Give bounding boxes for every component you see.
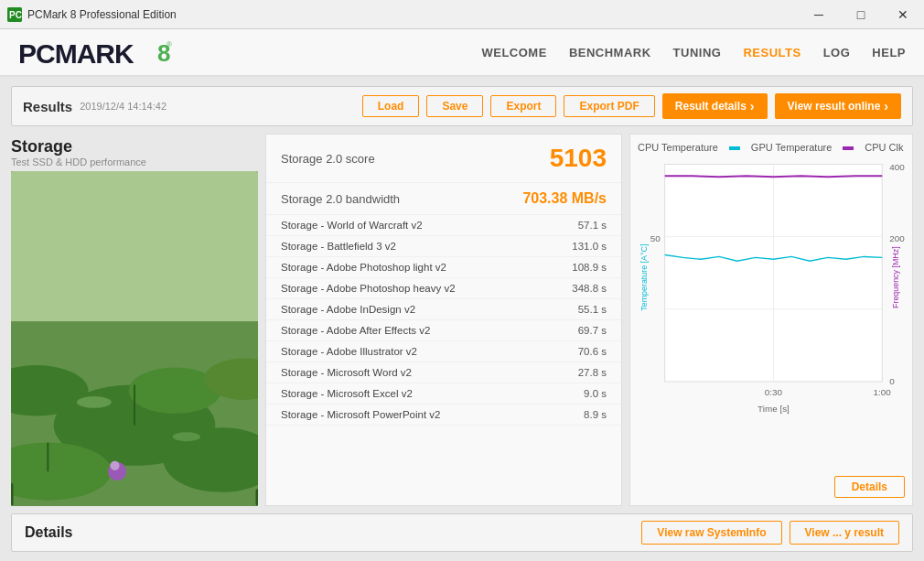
chart-area: 50 4000 2000 0 Temperature [A°C] Frequen…	[638, 158, 905, 470]
main-area: Results 2019/12/4 14:14:42 Load Save Exp…	[0, 77, 924, 561]
score-header: Storage 2.0 score 5103	[266, 135, 621, 183]
bench-value: 57.1 s	[578, 220, 607, 231]
load-button[interactable]: Load	[362, 95, 420, 117]
results-bar: Results 2019/12/4 14:14:42 Load Save Exp…	[11, 86, 913, 126]
logo: PCMARK 8 ®	[18, 34, 183, 70]
view-result-button[interactable]: View ... y result	[790, 521, 899, 545]
close-button[interactable]: ✕	[882, 0, 924, 29]
bottom-title: Details	[25, 524, 72, 541]
svg-point-18	[77, 396, 112, 408]
chart-legend: CPU Temperature GPU Temperature CPU Clk	[638, 142, 905, 153]
export-button[interactable]: Export	[490, 95, 556, 117]
left-panel: Storage Test SSD & HDD performance	[11, 134, 258, 506]
titlebar: PC PCMark 8 Professional Edition ─ □ ✕	[0, 0, 924, 29]
bench-value: 70.6 s	[578, 346, 607, 357]
bench-name: Storage - Microsoft Word v2	[281, 367, 412, 378]
bottom-bar: Details View raw SystemInfo View ... y r…	[11, 513, 913, 552]
results-date: 2019/12/4 14:14:42	[80, 101, 167, 112]
bench-name: Storage - World of Warcraft v2	[281, 220, 423, 231]
table-row: Storage - Battlefield 3 v2 131.0 s	[266, 236, 621, 257]
navbar: PCMARK 8 ® WELCOME BENCHMARK TUNING RESU…	[0, 29, 924, 77]
svg-rect-20	[11, 483, 13, 506]
content-area: Storage Test SSD & HDD performance	[11, 134, 913, 506]
svg-text:Time [s]: Time [s]	[757, 404, 790, 414]
gpu-temp-label: GPU Temperature	[751, 142, 832, 153]
svg-text:50: 50	[650, 233, 661, 243]
svg-text:0:30: 0:30	[765, 387, 783, 397]
bandwidth-row: Storage 2.0 bandwidth 703.38 MB/s	[266, 183, 621, 215]
svg-point-19	[173, 432, 200, 441]
window-controls: ─ □ ✕	[798, 0, 924, 29]
results-label: Results	[23, 99, 72, 114]
table-row: Storage - Adobe After Effects v2 69.7 s	[266, 320, 621, 341]
bench-value: 108.9 s	[572, 262, 607, 273]
bench-value: 348.8 s	[572, 283, 607, 294]
svg-point-17	[110, 461, 119, 470]
bench-name: Storage - Microsoft Excel v2	[281, 388, 413, 399]
bench-value: 8.9 s	[584, 409, 607, 420]
svg-text:Frequency [MHz]: Frequency [MHz]	[891, 246, 900, 308]
table-row: Storage - Adobe Illustrator v2 70.6 s	[266, 341, 621, 362]
bench-name: Storage - Adobe Photoshop light v2	[281, 262, 446, 273]
bandwidth-label: Storage 2.0 bandwidth	[281, 192, 400, 206]
app-icon: PC	[7, 7, 22, 22]
nav-benchmark[interactable]: BENCHMARK	[569, 46, 651, 59]
table-row: Storage - Microsoft Excel v2 9.0 s	[266, 383, 621, 405]
score-label: Storage 2.0 score	[281, 152, 375, 166]
gpu-temp-dot	[729, 146, 740, 150]
table-row: Storage - Adobe Photoshop light v2 108.9…	[266, 257, 621, 278]
bench-name: Storage - Adobe Illustrator v2	[281, 346, 417, 357]
svg-rect-21	[256, 489, 258, 506]
table-row: Storage - World of Warcraft v2 57.1 s	[266, 215, 621, 236]
save-button[interactable]: Save	[426, 95, 483, 117]
svg-text:Temperature [A°C]: Temperature [A°C]	[639, 244, 649, 311]
storage-subtitle: Test SSD & HDD performance	[11, 156, 258, 167]
cpu-temp-label: CPU Temperature	[638, 142, 718, 153]
svg-text:PCMARK: PCMARK	[18, 38, 134, 69]
storage-title: Storage	[11, 137, 258, 156]
maximize-button[interactable]: □	[840, 0, 882, 29]
right-panel: CPU Temperature GPU Temperature CPU Clk …	[629, 134, 913, 506]
svg-text:®: ®	[167, 40, 172, 49]
bench-value: 9.0 s	[584, 388, 607, 399]
table-row: Storage - Adobe InDesign v2 55.1 s	[266, 299, 621, 320]
view-sysinfo-button[interactable]: View raw SystemInfo	[641, 521, 781, 545]
nav-welcome[interactable]: WELCOME	[481, 46, 546, 59]
window-title: PCMark 8 Professional Edition	[27, 8, 177, 21]
nav-log[interactable]: LOG	[823, 46, 851, 59]
center-panel: Storage 2.0 score 5103 Storage 2.0 bandw…	[265, 134, 622, 506]
storage-image	[11, 171, 258, 506]
view-online-button[interactable]: View result online ›	[775, 93, 901, 119]
svg-rect-7	[11, 171, 258, 321]
svg-text:0: 0	[889, 376, 895, 386]
details-row: Details	[638, 470, 905, 498]
bandwidth-value: 703.38 MB/s	[522, 190, 607, 207]
bench-name: Storage - Battlefield 3 v2	[281, 241, 396, 252]
svg-text:4000: 4000	[889, 162, 905, 172]
svg-text:PC: PC	[9, 10, 22, 20]
bench-name: Storage - Microsoft PowerPoint v2	[281, 409, 441, 420]
storage-header: Storage Test SSD & HDD performance	[11, 134, 258, 171]
table-row: Storage - Microsoft Word v2 27.8 s	[266, 362, 621, 383]
bench-value: 131.0 s	[572, 241, 607, 252]
details-button[interactable]: Details	[834, 476, 905, 498]
bench-name: Storage - Adobe After Effects v2	[281, 325, 430, 336]
bench-value: 27.8 s	[578, 367, 607, 378]
nav-links: WELCOME BENCHMARK TUNING RESULTS LOG HEL…	[481, 46, 906, 59]
cpu-clk-label: CPU Clk	[865, 142, 903, 153]
bench-name: Storage - Adobe InDesign v2	[281, 304, 415, 315]
nav-tuning[interactable]: TUNING	[673, 46, 722, 59]
result-details-button[interactable]: Result details ›	[662, 93, 768, 119]
export-pdf-button[interactable]: Export PDF	[564, 95, 654, 117]
cpu-clk-dot	[843, 146, 854, 150]
table-row: Storage - Microsoft PowerPoint v2 8.9 s	[266, 405, 621, 426]
nav-help[interactable]: HELP	[872, 46, 906, 59]
bench-name: Storage - Adobe Photoshop heavy v2	[281, 283, 456, 294]
bench-value: 55.1 s	[578, 304, 607, 315]
nav-results[interactable]: RESULTS	[743, 46, 800, 59]
table-row: Storage - Adobe Photoshop heavy v2 348.8…	[266, 278, 621, 299]
svg-text:1:00: 1:00	[874, 387, 892, 397]
score-value: 5103	[550, 144, 607, 173]
bench-value: 69.7 s	[578, 325, 607, 336]
minimize-button[interactable]: ─	[798, 0, 840, 29]
